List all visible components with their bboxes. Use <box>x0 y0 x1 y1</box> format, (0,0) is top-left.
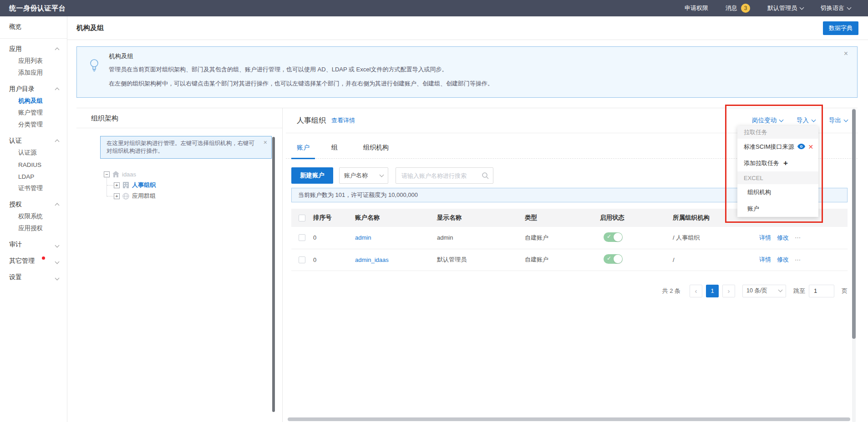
sidebar-group-audit[interactable]: 审计 <box>0 239 67 251</box>
org-structure-title: 组织架构 <box>76 108 282 128</box>
dropdown-group-pull-tasks: 拉取任务 <box>737 126 818 139</box>
prev-page-button[interactable]: ‹ <box>690 285 702 297</box>
menu-item-excel-account[interactable]: 账户 <box>737 201 818 217</box>
apply-permission-link[interactable]: 申请权限 <box>685 4 708 12</box>
toggle-knob <box>614 255 622 263</box>
view-detail-link[interactable]: 查看详情 <box>331 116 355 125</box>
collapse-icon[interactable]: − <box>104 171 110 177</box>
new-account-button[interactable]: 新建账户 <box>291 167 333 184</box>
dropdown-group-excel: EXCEL <box>737 171 818 184</box>
modify-action[interactable]: 修改 <box>777 256 789 264</box>
post-change-menu[interactable]: 岗位变动 <box>752 116 783 125</box>
sidebar-item-auth-source[interactable]: 认证源 <box>0 147 67 159</box>
col-display-name: 显示名称 <box>433 209 521 227</box>
panel-horizontal-scrollbar[interactable] <box>288 417 850 421</box>
col-enabled-state: 启用状态 <box>596 209 669 227</box>
tab-accounts[interactable]: 账户 <box>297 144 331 152</box>
enabled-toggle[interactable]: ✓ <box>604 232 623 242</box>
sidebar-group-apps[interactable]: 应用 <box>0 43 67 55</box>
sidebar-item-app-list[interactable]: 应用列表 <box>0 55 67 67</box>
page-number-button[interactable]: 1 <box>706 285 719 297</box>
banner-text-line1: 管理员在当前页面对组织架构、部门及其包含的组、账户进行管理，也可以使用 AD、L… <box>109 65 447 74</box>
building-icon <box>122 182 129 188</box>
tab-org-units[interactable]: 组织机构 <box>363 144 389 152</box>
import-dropdown-menu: 拉取任务 标准SCIM接口来源 ✕ 添加拉取任务 + EXCEL 组织机构 账户 <box>737 126 818 217</box>
account-link[interactable]: admin <box>355 234 371 241</box>
row-checkbox[interactable] <box>299 256 305 263</box>
enabled-toggle[interactable]: ✓ <box>604 254 623 264</box>
tree-node-root[interactable]: − idaas <box>104 169 156 180</box>
sidebar-item-add-app[interactable]: 添加应用 <box>0 67 67 79</box>
bulb-icon <box>89 58 100 75</box>
jump-page-input[interactable] <box>809 285 834 297</box>
tree-node-hr-org[interactable]: + 人事组织 <box>104 180 156 191</box>
sidebar-item-category-mgmt[interactable]: 分类管理 <box>0 119 67 131</box>
sidebar-item-cert-mgmt[interactable]: 证书管理 <box>0 182 67 194</box>
row-checkbox[interactable] <box>299 234 305 241</box>
import-menu[interactable]: 导入 <box>797 116 815 125</box>
delete-icon[interactable]: ✕ <box>808 143 814 151</box>
sidebar: 概览 应用 应用列表 添加应用 用户目录 机构及组 账户管理 分类管理 认证 认… <box>0 16 67 422</box>
modify-action[interactable]: 修改 <box>777 234 789 242</box>
detail-action[interactable]: 详情 <box>759 234 771 242</box>
search-input[interactable] <box>396 167 493 184</box>
sidebar-group-settings[interactable]: 设置 <box>0 271 67 283</box>
panel-vertical-scrollbar[interactable] <box>852 108 856 422</box>
scrollbar-thumb[interactable] <box>852 109 856 339</box>
sidebar-item-radius[interactable]: RADIUS <box>0 159 67 171</box>
row-actions: 详情 修改 ⋯ <box>759 256 848 264</box>
account-link[interactable]: admin_idaas <box>355 256 389 263</box>
close-icon[interactable]: × <box>844 50 848 58</box>
topbar: 统一身份认证平台 申请权限 消息 3 默认管理员 切换语言 <box>0 0 868 16</box>
sidebar-item-permission-system[interactable]: 权限系统 <box>0 211 67 222</box>
sidebar-item-overview[interactable]: 概览 <box>0 20 67 34</box>
sidebar-group-other-mgmt[interactable]: 其它管理 <box>0 255 67 267</box>
data-dictionary-button[interactable]: 数据字典 <box>823 21 858 35</box>
filter-field-select[interactable]: 账户名称 <box>339 167 388 184</box>
menu-item-add-pull-task[interactable]: 添加拉取任务 + <box>737 155 818 171</box>
detail-action[interactable]: 详情 <box>759 256 771 264</box>
more-actions-icon[interactable]: ⋯ <box>795 256 801 263</box>
chevron-up-icon <box>56 45 59 53</box>
toggle-knob <box>614 233 622 241</box>
sidebar-item-orgs-groups[interactable]: 机构及组 <box>0 95 67 107</box>
admin-menu[interactable]: 默认管理员 <box>767 4 803 12</box>
sphere-icon <box>122 193 129 200</box>
expand-icon[interactable]: + <box>114 193 120 199</box>
export-menu[interactable]: 导出 <box>829 116 848 125</box>
messages-link[interactable]: 消息 3 <box>726 4 750 13</box>
search-icon[interactable] <box>482 172 489 181</box>
tree-node-app-groups[interactable]: + 应用群组 <box>104 191 156 201</box>
org-structure-panel: 组织架构 在这里对组织架构进行管理。左键可选择组织机构，右键可对组织机构进行操作… <box>76 108 282 422</box>
sidebar-item-account-mgmt[interactable]: 账户管理 <box>0 107 67 119</box>
tree-tip-box: 在这里对组织架构进行管理。左键可选择组织机构，右键可对组织机构进行操作。 × <box>100 136 272 159</box>
sidebar-group-user-directory[interactable]: 用户目录 <box>0 83 67 95</box>
sidebar-group-authentication[interactable]: 认证 <box>0 135 67 147</box>
page-size-select[interactable]: 10 条/页 <box>742 285 786 297</box>
select-all-checkbox[interactable] <box>299 215 305 221</box>
next-page-button[interactable]: › <box>722 285 735 297</box>
col-account-name: 账户名称 <box>351 209 433 227</box>
chevron-down-icon <box>56 274 59 281</box>
sidebar-item-ldap[interactable]: LDAP <box>0 171 67 182</box>
plus-icon[interactable]: + <box>783 159 788 168</box>
menu-item-scim-source[interactable]: 标准SCIM接口来源 ✕ <box>737 139 818 155</box>
expand-icon[interactable]: + <box>114 182 120 188</box>
sidebar-group-authorization[interactable]: 授权 <box>0 199 67 211</box>
check-icon: ✓ <box>607 255 611 261</box>
sidebar-item-app-authorization[interactable]: 应用授权 <box>0 222 67 234</box>
more-actions-icon[interactable]: ⋯ <box>795 234 801 241</box>
eye-icon[interactable] <box>797 144 805 151</box>
chevron-down-icon <box>800 5 804 10</box>
tab-groups[interactable]: 组 <box>331 144 363 152</box>
col-order: 排序号 <box>310 209 351 227</box>
sidebar-divider <box>0 38 67 39</box>
chevron-down-icon <box>844 117 848 122</box>
tree-scrollbar[interactable] <box>272 137 275 412</box>
language-menu[interactable]: 切换语言 <box>821 4 851 12</box>
chevron-down-icon <box>779 117 784 122</box>
close-icon[interactable]: × <box>264 139 267 146</box>
messages-count-badge: 3 <box>741 4 750 13</box>
menu-item-excel-org[interactable]: 组织机构 <box>737 184 818 201</box>
cell-display: 默认管理员 <box>433 249 521 271</box>
